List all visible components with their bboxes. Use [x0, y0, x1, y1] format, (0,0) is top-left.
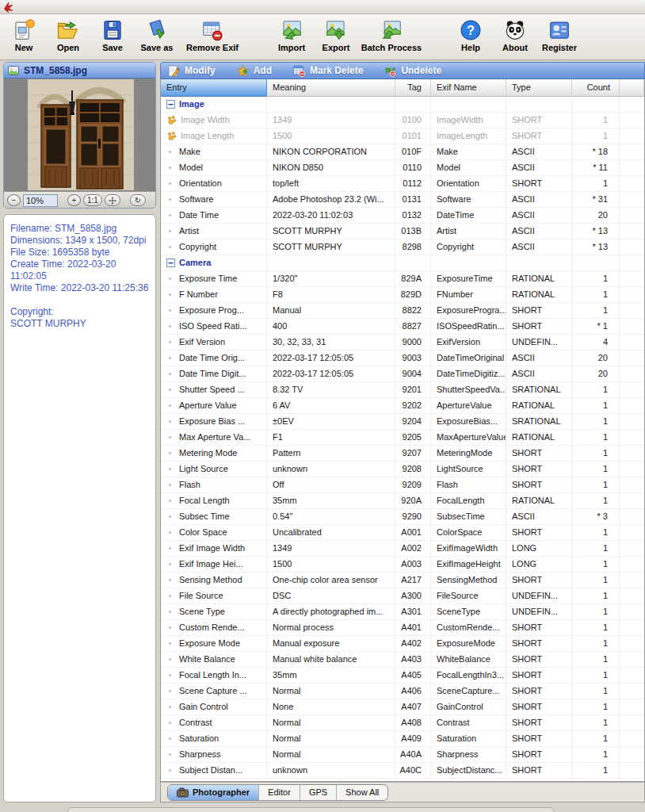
tab-editor[interactable]: Editor — [259, 785, 300, 800]
column-header-type[interactable]: Type — [506, 79, 572, 97]
table-row[interactable]: Copyright SCOTT MURPHY 8298 Copyright AS… — [161, 239, 644, 255]
import-button[interactable]: Import — [269, 17, 314, 52]
table-row[interactable]: Make NIKON CORPORATION 010F Make ASCII *… — [161, 144, 644, 160]
table-row[interactable]: Exposure Time 1/320" 829A ExposureTime R… — [161, 271, 644, 287]
remove-exif-button[interactable]: Remove Exif — [179, 17, 246, 52]
column-header-exif-name[interactable]: Exif Name — [431, 79, 506, 97]
entry-label: Max Aperture Va... — [179, 430, 250, 445]
table-row[interactable]: Exif Version 30, 32, 33, 31 9000 ExifVer… — [161, 335, 644, 350]
table-row[interactable]: Date Time Digit... 2022-03-17 12:05:05 9… — [161, 366, 644, 382]
file-info-line: File Size: 1695358 byte — [10, 247, 149, 259]
table-row[interactable]: Subject Distan... unknown A40C SubjectDi… — [161, 763, 644, 779]
table-row[interactable]: Scene Capture ... Normal A406 SceneCaptu… — [161, 684, 644, 699]
entry-label: Exposure Mode — [179, 636, 240, 651]
table-row[interactable]: File Source DSC A300 FileSource UNDEFIN.… — [161, 588, 644, 604]
tab-gps[interactable]: GPS — [300, 785, 337, 800]
table-row[interactable]: Flash Off 9209 Flash SHORT 1 — [161, 477, 644, 493]
table-row[interactable]: Exif Image Hei... 1500 A003 ExifImageHei… — [161, 557, 644, 573]
table-row[interactable]: Artist SCOTT MURPHY 013B Artist ASCII * … — [161, 224, 644, 239]
table-row[interactable]: White Balance Manual white balance A403 … — [161, 652, 644, 668]
exif-name-cell: ApertureValue — [431, 398, 506, 414]
help-button[interactable]: Help — [448, 17, 493, 52]
tab-show-all[interactable]: Show All — [337, 785, 387, 800]
meaning-cell: F1 — [267, 430, 395, 446]
meaning-cell: NIKON CORPORATION — [267, 144, 395, 160]
table-row[interactable]: F Number F8 829D FNumber RATIONAL 1 — [161, 287, 644, 303]
table-row[interactable]: Exposure Mode Manual exposure A402 Expos… — [161, 636, 644, 652]
table-row[interactable]: Color Space Uncalibrated A001 ColorSpace… — [161, 525, 644, 541]
entry-label: ISO Speed Rati... — [179, 319, 247, 334]
entry-label: File Source — [179, 588, 223, 603]
open-button[interactable]: Open — [46, 17, 90, 52]
table-row[interactable]: Metering Mode Pattern 9207 MeteringMode … — [161, 446, 644, 462]
table-row[interactable]: Saturation Normal A409 Saturation SHORT … — [161, 731, 644, 747]
exif-name-cell: SceneType — [431, 604, 506, 620]
type-cell: SHORT — [506, 731, 572, 747]
table-row[interactable]: Shutter Speed ... 8.32 TV 9201 ShutterSp… — [161, 382, 644, 398]
pan-move-button[interactable] — [105, 194, 120, 206]
mark-delete-icon — [292, 64, 306, 78]
exif-name-cell: MeteringMode — [431, 446, 506, 462]
table-row[interactable]: Light Source unknown 9208 LightSource SH… — [161, 462, 644, 477]
table-row[interactable]: Subsec Time 0.54" 9290 SubsecTime ASCII … — [161, 509, 644, 525]
image-preview[interactable] — [4, 79, 155, 191]
column-header-entry[interactable]: Entry — [161, 79, 267, 97]
register-button[interactable]: Register — [537, 17, 582, 52]
table-row[interactable]: Date Time 2022-03-20 11:02:03 0132 DateT… — [161, 208, 644, 224]
rotate-button[interactable]: ↻ — [130, 194, 146, 206]
table-row[interactable]: Exposure Bias ... ±0EV 9204 ExposureBias… — [161, 414, 644, 430]
table-row[interactable]: Contrast Normal A408 Contrast SHORT 1 — [161, 715, 644, 731]
table-row[interactable]: Image Length 1500 0101 ImageLength SHORT… — [161, 128, 644, 144]
table-row[interactable]: Max Aperture Va... F1 9205 MaxApertureVa… — [161, 430, 644, 446]
meaning-cell: Normal — [267, 715, 395, 731]
table-row[interactable]: Image Width 1349 0100 ImageWidth SHORT 1 — [161, 113, 644, 128]
zoom-out-button[interactable]: − — [7, 194, 21, 206]
about-button[interactable]: About — [493, 17, 537, 52]
batch-process-button[interactable]: Batch Process — [358, 17, 425, 52]
table-row[interactable]: Software Adobe Photoshop 23.2 (Wi... 013… — [161, 192, 644, 208]
collapse-icon[interactable] — [166, 100, 175, 109]
table-row[interactable]: Date Time Orig... 2022-03-17 12:05:05 90… — [161, 350, 644, 366]
meaning-cell: None — [267, 699, 395, 715]
meaning-cell: 6 AV — [267, 398, 395, 414]
table-row[interactable]: Exif Image Width 1349 A002 ExifImageWidt… — [161, 541, 644, 557]
actual-size-button[interactable]: 1:1 — [83, 194, 102, 206]
table-row[interactable]: Model NIKON D850 0110 Model ASCII * 11 — [161, 160, 644, 176]
type-cell: SHORT — [506, 747, 572, 763]
table-row[interactable]: Exposure Prog... Manual 8822 ExposurePro… — [161, 303, 644, 319]
table-row[interactable]: Scene Type A directly photographed im...… — [161, 604, 644, 620]
column-header-meaning[interactable]: Meaning — [267, 79, 395, 97]
table-row[interactable]: ISO Speed Rati... 400 8827 ISOSpeedRatin… — [161, 319, 644, 335]
save-as-button[interactable]: Save as — [135, 17, 179, 52]
table-row[interactable]: Orientation top/left 0112 Orientation SH… — [161, 176, 644, 192]
zoom-level-input[interactable] — [23, 194, 58, 207]
export-button[interactable]: Export — [314, 17, 358, 52]
table-row[interactable]: Custom Rende... Normal process A401 Cust… — [161, 620, 644, 636]
tag-cell: 9004 — [395, 366, 431, 382]
save-button[interactable]: Save — [90, 17, 135, 52]
new-button[interactable]: New — [2, 17, 46, 52]
undelete-button[interactable]: Undelete — [384, 64, 441, 78]
bullet-icon — [169, 420, 171, 423]
meaning-cell: Manual exposure — [267, 636, 395, 652]
table-row[interactable]: Focal Length 35mm 920A FocalLength RATIO… — [161, 493, 644, 509]
tag-cell: 9208 — [395, 462, 431, 477]
table-row[interactable]: Sharpness Normal A40A Sharpness SHORT 1 — [161, 747, 644, 763]
tab-photographer[interactable]: Photographer — [168, 785, 259, 800]
add-button[interactable]: Add — [236, 64, 272, 78]
table-row[interactable]: Image — [161, 97, 644, 113]
column-header-count[interactable]: Count — [572, 79, 620, 97]
mark-delete-button[interactable]: Mark Delete — [292, 64, 363, 78]
type-cell: ASCII — [506, 366, 572, 382]
zoom-in-button[interactable]: + — [67, 194, 81, 206]
modify-button[interactable]: Modify — [167, 64, 216, 78]
tag-cell: 8827 — [395, 319, 431, 335]
table-row[interactable]: Camera — [161, 255, 644, 271]
table-row[interactable]: Gain Control None A407 GainControl SHORT… — [161, 699, 644, 715]
table-row[interactable]: Sensing Method One-chip color area senso… — [161, 573, 644, 588]
column-header-tag[interactable]: Tag — [395, 79, 431, 97]
exif-name-cell: WhiteBalance — [431, 652, 506, 668]
table-row[interactable]: Focal Length In... 35mm A405 FocalLength… — [161, 668, 644, 684]
table-row[interactable]: Aperture Value 6 AV 9202 ApertureValue R… — [161, 398, 644, 414]
collapse-icon[interactable] — [166, 259, 175, 267]
